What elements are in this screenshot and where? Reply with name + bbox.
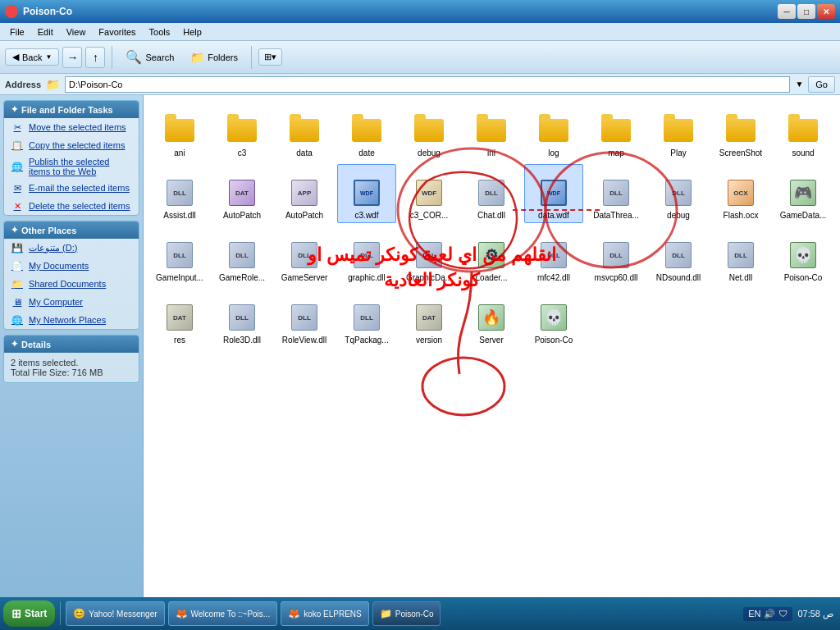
wdf-icon: WDF <box>350 176 383 209</box>
menu-edit[interactable]: Edit <box>31 25 60 39</box>
start-button[interactable]: ⊞ Start <box>3 600 55 627</box>
folder-play[interactable]: Play <box>649 102 708 161</box>
folder-c3[interactable]: c3 <box>212 102 272 161</box>
file-mfc42[interactable]: DLL mfc42.dll <box>524 226 583 285</box>
file-version[interactable]: DAT version <box>399 289 459 348</box>
file-datathrea[interactable]: DLL DataThrea... <box>587 164 646 223</box>
move-task[interactable]: ✂ Move the selected items <box>4 118 139 136</box>
file-msvcp60[interactable]: DLL msvcp60.dll <box>587 226 646 285</box>
file-data-wdf[interactable]: WDF data.wdf <box>524 164 583 223</box>
folder-icon <box>600 114 632 147</box>
file-role3d[interactable]: DLL Role3D.dll <box>212 289 272 348</box>
file-server-exe[interactable]: 🔥 Server <box>462 289 521 348</box>
address-dropdown-icon[interactable]: ▼ <box>795 80 803 89</box>
file-net-dll[interactable]: DLL Net.dll <box>711 226 770 285</box>
file-debug-dll[interactable]: DLL debug <box>649 164 708 223</box>
folder-log[interactable]: log <box>524 102 583 161</box>
file-assist-dll[interactable]: DLL Assist.dll <box>150 164 209 223</box>
folder-data[interactable]: data <box>275 102 334 161</box>
file-c3-cor[interactable]: WDF c3_COR... <box>399 164 459 223</box>
sidebar-item-network-places[interactable]: 🌐 My Network Places <box>4 311 139 329</box>
ampm-display: ص <box>823 609 833 619</box>
folder-date-label: date <box>358 148 374 158</box>
firefox-pois-label: Welcome To ::~Pois... <box>191 609 271 619</box>
back-button[interactable]: ◀ Back ▼ <box>5 48 59 66</box>
dll-icon: DLL <box>226 301 258 334</box>
folder-icon <box>787 114 819 147</box>
search-button[interactable]: 🔍 Search <box>119 47 180 67</box>
file-roleview[interactable]: DLL RoleView.dll <box>275 289 334 348</box>
firefox-icon: 🦊 <box>176 608 188 619</box>
back-dropdown-icon[interactable]: ▼ <box>45 53 52 61</box>
file-autopatch-app[interactable]: APP AutoPatch <box>275 164 334 223</box>
address-input[interactable] <box>65 76 790 93</box>
dll-icon: DLL <box>475 176 508 209</box>
file-chat-dll[interactable]: DLL Chat.dll <box>462 164 521 223</box>
file-graphic-dll[interactable]: DLL graphic.dll <box>337 226 396 285</box>
dll-icon: DLL <box>724 239 757 272</box>
file-gameserver[interactable]: DLL GameServer <box>275 226 334 285</box>
sidebar-item-drive-d[interactable]: 💾 متنوعات (D:) <box>4 239 139 257</box>
folder-icon <box>226 114 258 147</box>
file-roleview-label: RoleView.dll <box>282 336 326 345</box>
file-gamerole[interactable]: DLL GameRole... <box>212 226 272 285</box>
file-tqpackag[interactable]: DLL TqPackag... <box>337 289 396 348</box>
move-icon: ✂ <box>11 121 24 134</box>
taskbar-right: EN 🔊 🛡 07:58 ص <box>743 607 837 621</box>
close-button[interactable]: ✕ <box>817 4 835 19</box>
email-icon: ✉ <box>11 181 24 194</box>
delete-task[interactable]: ✕ Delete the selected items <box>4 197 139 215</box>
file-autopatch-exe[interactable]: DAT AutoPatch <box>212 164 272 223</box>
file-poison-co-app[interactable]: 💀 Poison-Co <box>524 289 583 348</box>
sidebar-item-my-documents[interactable]: 📄 My Documents <box>4 257 139 275</box>
taskbar-poison-co[interactable]: 📁 Poison-Co <box>372 601 441 626</box>
file-poison-co-exe[interactable]: 💀 Poison-Co <box>774 226 833 285</box>
taskbar-yahoo[interactable]: 😊 Yahoo! Messenger <box>66 601 164 626</box>
folder-screenshot[interactable]: ScreenShot <box>711 102 770 161</box>
sidebar-item-my-computer[interactable]: 🖥 My Computer <box>4 293 139 311</box>
folder-date[interactable]: date <box>337 102 396 161</box>
file-flash-label: Flash.ocx <box>724 211 759 221</box>
email-task[interactable]: ✉ E-mail the selected items <box>4 179 139 197</box>
file-flash-ocx[interactable]: OCX Flash.ocx <box>711 164 770 223</box>
menu-tools[interactable]: Tools <box>143 25 177 39</box>
go-button[interactable]: Go <box>808 76 835 93</box>
dll-icon: DLL <box>600 176 632 209</box>
folders-button[interactable]: 📁 Folders <box>184 48 244 66</box>
file-tasks-title: ✦ File and Folder Tasks <box>4 101 139 118</box>
svg-point-1 <box>422 358 504 415</box>
file-graphicda[interactable]: DLL GraphicDa... <box>399 226 459 285</box>
folder-ani[interactable]: ani <box>150 102 209 161</box>
file-res[interactable]: DAT res <box>150 289 209 348</box>
folder-ini[interactable]: ini <box>462 102 521 161</box>
copy-task[interactable]: 📋 Copy the selected items <box>4 136 139 154</box>
app-icon: 💀 <box>537 301 570 334</box>
file-mfc42-label: mfc42.dll <box>537 273 570 283</box>
folder-sound[interactable]: sound <box>774 102 833 161</box>
maximize-button[interactable]: □ <box>797 4 815 19</box>
file-loader[interactable]: ⚙ Loader... <box>462 226 521 285</box>
menu-file[interactable]: File <box>3 25 31 39</box>
views-button[interactable]: ⊞▾ <box>258 48 282 66</box>
sidebar-item-shared-documents[interactable]: 📁 Shared Documents <box>4 275 139 293</box>
folder-debug[interactable]: debug <box>399 102 459 161</box>
menu-favorites[interactable]: Favorites <box>92 25 142 39</box>
mydocs-icon: 📄 <box>11 259 24 272</box>
folder-map[interactable]: map <box>587 102 646 161</box>
file-data-wdf-label: data.wdf <box>538 211 569 221</box>
file-gamedata[interactable]: 🎮 GameData... <box>774 164 833 223</box>
publish-task[interactable]: 🌐 Publish the selected items to the Web <box>4 154 139 179</box>
minimize-button[interactable]: ─ <box>778 4 796 19</box>
menu-view[interactable]: View <box>60 25 93 39</box>
taskbar-firefox-pois[interactable]: 🦊 Welcome To ::~Pois... <box>168 601 278 626</box>
up-button[interactable]: ↑ <box>85 47 105 68</box>
toolbar: ◀ Back ▼ → ↑ 🔍 Search 📁 Folders ⊞▾ <box>0 41 840 74</box>
file-poison-co-app-label: Poison-Co <box>535 336 573 345</box>
file-gameinput[interactable]: DLL GameInput... <box>150 226 209 285</box>
folder-sound-label: sound <box>792 148 814 158</box>
menu-help[interactable]: Help <box>176 25 208 39</box>
file-c3-wdf[interactable]: WDF c3.wdf <box>337 164 396 223</box>
taskbar-firefox-koko[interactable]: 🦊 koko ELPRENS <box>281 601 369 626</box>
file-ndsound[interactable]: DLL NDsound.dll <box>649 226 708 285</box>
forward-button[interactable]: → <box>62 47 82 68</box>
